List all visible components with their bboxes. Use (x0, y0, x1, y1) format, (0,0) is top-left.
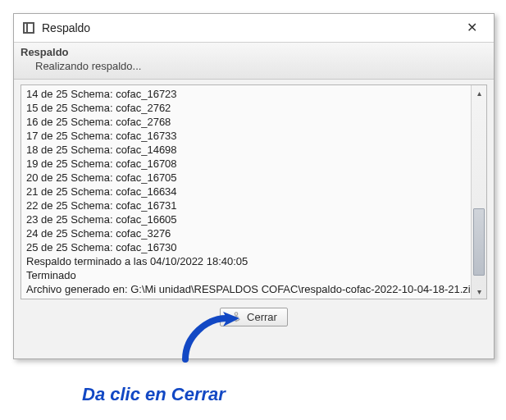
header-status-label: Realizando respaldo... (21, 60, 487, 72)
annotation-text: Da clic en Cerrar (82, 384, 226, 405)
svg-rect-1 (26, 23, 28, 33)
backup-dialog-window: Respaldo ✕ Respaldo Realizando respaldo.… (13, 13, 495, 359)
anchor-icon (230, 312, 242, 323)
log-line: 14 de 25 Schema: cofac_16723 (26, 87, 465, 101)
scroll-down-arrow-icon[interactable]: ▾ (472, 284, 486, 299)
log-line: 21 de 25 Schema: cofac_16634 (26, 185, 465, 199)
header-section-label: Respaldo (21, 46, 487, 58)
svg-rect-0 (24, 23, 34, 33)
log-line: 20 de 25 Schema: cofac_16705 (26, 171, 465, 185)
cerrar-button[interactable]: Cerrar (220, 308, 288, 326)
scrollbar-thumb[interactable] (473, 208, 485, 276)
app-icon (22, 21, 35, 34)
log-line: 15 de 25 Schema: cofac_2762 (26, 101, 465, 115)
log-line: ---------------------------------------- (26, 296, 465, 299)
title-bar: Respaldo ✕ (14, 14, 494, 43)
log-line: 23 de 25 Schema: cofac_16605 (26, 212, 465, 226)
window-title: Respaldo (42, 21, 90, 34)
log-line: 18 de 25 Schema: cofac_14698 (26, 143, 465, 157)
log-line: 16 de 25 Schema: cofac_2768 (26, 115, 465, 129)
log-line: 19 de 25 Schema: cofac_16708 (26, 157, 465, 171)
log-line: Archivo generado en: G:\Mi unidad\RESPAL… (26, 282, 465, 296)
svg-point-2 (235, 312, 238, 315)
log-line: Respaldo terminado a las 04/10/2022 18:4… (26, 254, 465, 268)
log-line: 25 de 25 Schema: cofac_16730 (26, 240, 465, 254)
cerrar-button-label: Cerrar (247, 311, 277, 323)
scroll-up-arrow-icon[interactable]: ▴ (472, 85, 486, 100)
vertical-scrollbar[interactable]: ▴ ▾ (471, 85, 486, 299)
log-line: 17 de 25 Schema: cofac_16733 (26, 129, 465, 143)
window-close-button[interactable]: ✕ (458, 18, 485, 38)
close-icon: ✕ (467, 21, 477, 34)
log-line: 22 de 25 Schema: cofac_16731 (26, 199, 465, 212)
log-text: 14 de 25 Schema: cofac_1672315 de 25 Sch… (21, 85, 470, 299)
log-line: Terminado (26, 268, 465, 282)
log-panel: 14 de 25 Schema: cofac_1672315 de 25 Sch… (21, 84, 487, 299)
dialog-header: Respaldo Realizando respaldo... (14, 43, 494, 80)
log-line: 24 de 25 Schema: cofac_3276 (26, 226, 465, 240)
